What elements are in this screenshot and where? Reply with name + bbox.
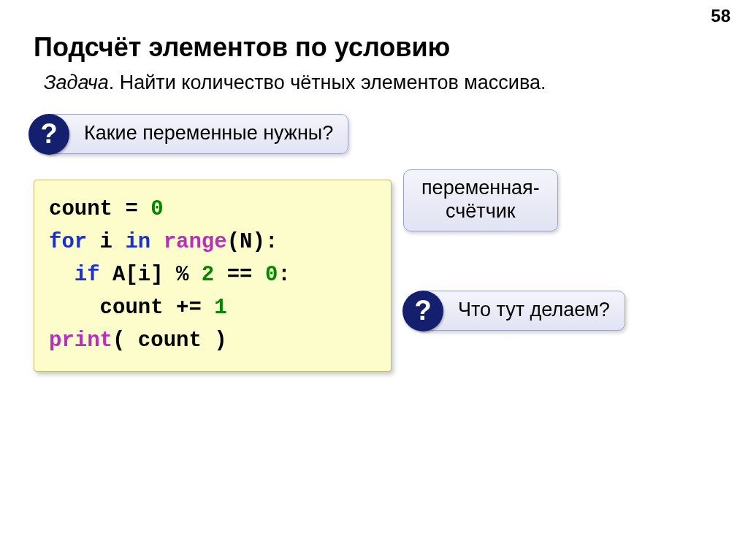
code-number: 1 [214,296,226,320]
code-keyword: in [125,230,150,254]
callout-text: Что тут делаем? [458,299,610,321]
annotation-line: счётчик [421,199,540,223]
code-block: count = 0 for i in range(N): if A[i] % 2… [34,180,392,372]
task-text: . Найти количество чётных элементов масс… [109,72,546,93]
code-number: 2 [202,263,214,287]
task-label: Задача [44,72,109,93]
annotation-line: переменная- [421,176,540,199]
code-token: A[i] % [100,263,202,287]
code-function: range [164,230,227,254]
callout-what-doing-here: ? Что тут делаем? [418,291,625,331]
code-token: (N): [227,230,278,254]
code-token: count += [49,296,214,320]
code-token: i [87,230,125,254]
code-token: : [278,263,290,287]
question-mark-icon: ? [28,114,69,155]
code-token: count = [49,197,150,221]
code-keyword: for [49,230,87,254]
code-function: print [49,329,112,353]
callout-text: Какие переменные нужны? [84,122,333,144]
code-keyword: if [75,263,100,287]
code-number: 0 [265,263,278,287]
code-number: 0 [150,197,163,221]
page-number: 58 [711,6,730,26]
code-token: ( count ) [112,329,227,353]
question-mark-icon: ? [402,291,443,331]
code-token [49,263,75,287]
task-description: Задача. Найти количество чётных элементо… [44,72,546,94]
code-token [150,230,163,254]
slide-title: Подсчёт элементов по условию [34,32,450,63]
annotation-counter-variable: переменная- счётчик [403,169,558,231]
callout-variables-needed: ? Какие переменные нужны? [44,114,348,154]
code-token: == [214,263,265,287]
